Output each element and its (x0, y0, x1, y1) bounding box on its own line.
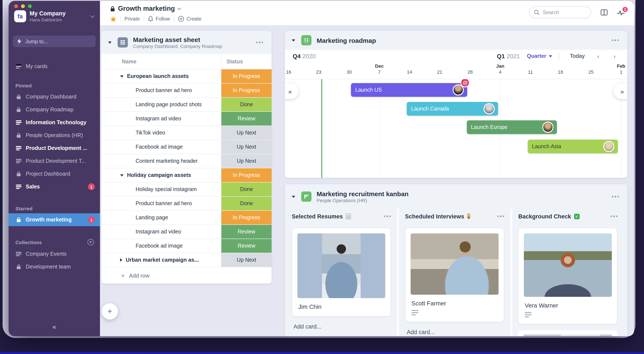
row-status-cell[interactable]: Done (221, 196, 272, 210)
row-name-cell[interactable]: Holiday special instagram (101, 182, 221, 196)
row-status-cell[interactable]: Review (221, 112, 272, 126)
row-status-cell[interactable]: Review (221, 239, 272, 253)
org-switcher[interactable]: fa My Company Hans Dahlström (14, 10, 96, 22)
table-row[interactable]: Holiday campaign assetsIn Progress (101, 168, 272, 182)
activity-button[interactable]: 1 (617, 9, 625, 16)
sidebar-item-company-events[interactable]: Company Events (8, 248, 100, 260)
table-row[interactable]: European launch assetsIn Progress (101, 69, 272, 84)
sidebar-item-product-development-t[interactable]: Product Development T... (8, 155, 100, 168)
add-card-button[interactable]: Add card... (292, 323, 391, 330)
row-name-cell[interactable]: Content marketing header (101, 154, 221, 168)
add-row-button[interactable]: + Add row (101, 267, 272, 284)
sheet-menu-button[interactable] (256, 40, 263, 45)
row-name-cell[interactable]: Facebook ad image (101, 140, 221, 154)
collapse-caret-icon[interactable] (292, 39, 295, 41)
column-menu-button[interactable] (384, 214, 391, 219)
row-name-cell[interactable]: Landing page product shots (101, 98, 221, 111)
sidebar-item-growth-marketing[interactable]: Growth marketing1 (8, 213, 100, 226)
split-view-button[interactable] (601, 9, 608, 15)
collapse-caret-icon[interactable] (108, 41, 112, 43)
collapse-caret-icon[interactable] (120, 75, 124, 77)
row-name-cell[interactable]: European launch assets (101, 69, 221, 83)
row-name-cell[interactable]: Product banner ad hero (101, 84, 221, 97)
close-window-button[interactable] (14, 4, 18, 8)
table-row[interactable]: Holiday special instagramDone (101, 182, 272, 196)
table-row[interactable]: Landing page product shotsDone (101, 98, 272, 112)
table-row[interactable]: Product banner ad heroDone (101, 196, 272, 211)
sidebar-item-product-development[interactable]: Product Development ... (8, 142, 100, 155)
table-row[interactable]: Facebook ad imageReview (101, 239, 272, 253)
search-input[interactable] (543, 9, 586, 15)
row-status-cell[interactable]: In Progress (221, 84, 272, 97)
kanban-card-vera-warner[interactable]: Vera Warner (518, 228, 618, 324)
timeline-card-launch-asia[interactable]: Launch Asia (528, 140, 618, 153)
add-widget-button[interactable]: + (102, 303, 118, 320)
expand-caret-icon[interactable] (120, 258, 122, 262)
jump-to-input[interactable]: Jump to... (13, 35, 96, 47)
sidebar-item-information-technology[interactable]: Information Technology (8, 116, 100, 129)
row-name-cell[interactable]: Facebook ad image (101, 239, 221, 253)
privacy-label[interactable]: Private (124, 16, 140, 21)
search-box[interactable] (529, 6, 591, 18)
row-status-cell[interactable]: Up Next (221, 154, 272, 168)
add-collection-button[interactable]: + (88, 239, 94, 245)
table-row[interactable]: Content marketing headerUp Next (101, 154, 272, 168)
sidebar-item-people-operations-hr[interactable]: People Operations (HR) (8, 129, 100, 142)
collapse-caret-icon[interactable] (292, 195, 295, 198)
create-button[interactable]: Create (178, 16, 202, 22)
column-header-name[interactable]: Name (101, 58, 221, 64)
timeline-card-launch-us[interactable]: Launch US@ (351, 83, 468, 97)
timeline-card-launch-canada[interactable]: Launch Canada (407, 102, 498, 116)
star-icon[interactable] (110, 16, 116, 22)
row-name-cell[interactable]: Instagram ad video (101, 112, 221, 126)
kanban-card-jim-chin[interactable]: Jim Chin (292, 228, 391, 317)
next-period-button[interactable]: › (614, 53, 616, 59)
roadmap-menu-button[interactable] (612, 38, 619, 43)
table-row[interactable]: Instagram ad videoReview (101, 112, 272, 126)
row-name-cell[interactable]: Landing page (101, 211, 221, 224)
row-status-cell[interactable]: In Progress (221, 168, 272, 182)
table-row[interactable]: Facebook ad imageUp Next (101, 140, 272, 154)
table-row[interactable]: Landing pageIn Progress (101, 211, 272, 225)
column-header-status[interactable]: Status (221, 54, 272, 69)
prev-period-button[interactable]: ‹ (597, 53, 599, 59)
scroll-left-button[interactable]: « (285, 84, 298, 99)
collapse-caret-icon[interactable] (120, 174, 124, 176)
zoom-window-button[interactable] (28, 4, 32, 8)
sidebar-item-project-dashboard[interactable]: Project Dashboard (8, 168, 100, 180)
row-status-cell[interactable]: Done (221, 182, 272, 196)
row-name-cell[interactable]: Product banner ad hero (101, 196, 221, 210)
table-row[interactable]: TikTok videoUp Next (101, 126, 272, 140)
sidebar-item-company-dashboard[interactable]: Company Dashboard (8, 90, 100, 103)
sidebar-item-development-team[interactable]: Development team (8, 260, 100, 273)
kanban-menu-button[interactable] (612, 194, 619, 199)
row-name-cell[interactable]: Instagram ad video (101, 225, 221, 239)
row-name-cell[interactable]: Urban market campaign as... (101, 253, 221, 267)
kanban-card-scott-farmer[interactable]: Scott Farmer (405, 228, 504, 322)
row-status-cell[interactable]: Up Next (221, 126, 272, 140)
zoom-level-dropdown[interactable]: Quarter (527, 53, 552, 59)
scroll-right-button[interactable]: » (614, 84, 627, 99)
row-status-cell[interactable]: In Progress (221, 69, 272, 83)
sidebar-item-company-roadmap[interactable]: Company Roadmap (8, 103, 100, 116)
row-status-cell[interactable]: Up Next (221, 253, 272, 267)
row-status-cell[interactable]: In Progress (221, 211, 272, 224)
row-status-cell[interactable]: Review (221, 225, 272, 239)
add-card-button[interactable]: Add card... (405, 329, 504, 335)
minimize-window-button[interactable] (21, 4, 25, 8)
table-row[interactable]: Product banner ad heroIn Progress (101, 84, 272, 98)
today-button[interactable]: Today (570, 53, 584, 59)
table-row[interactable]: Urban market campaign as...Up Next (101, 253, 272, 267)
sidebar-item-sales[interactable]: Sales1 (8, 180, 100, 193)
column-menu-button[interactable] (497, 214, 504, 219)
row-status-cell[interactable]: Done (221, 98, 272, 111)
sidebar-collapse-button[interactable]: « (8, 323, 100, 330)
column-menu-button[interactable] (610, 214, 618, 219)
row-name-cell[interactable]: Holiday campaign assets (101, 168, 221, 182)
follow-button[interactable]: Follow (148, 16, 170, 22)
row-name-cell[interactable]: TikTok video (101, 126, 221, 140)
chevron-down-icon[interactable] (178, 6, 181, 10)
sidebar-item-my-cards[interactable]: My cards (8, 60, 100, 73)
timeline-card-launch-europe[interactable]: Launch Europe (466, 120, 557, 134)
row-status-cell[interactable]: Up Next (221, 140, 272, 154)
